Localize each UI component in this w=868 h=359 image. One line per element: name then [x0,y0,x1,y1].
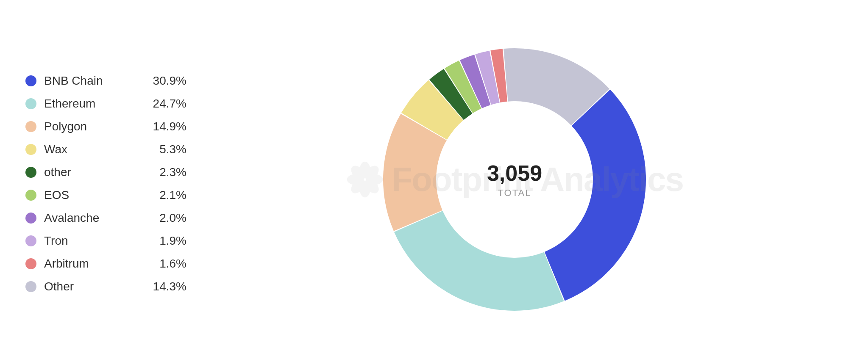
legend-name-6: Avalanche [44,211,120,225]
legend-pct-2: 14.9% [153,120,186,133]
svg-point-4 [359,181,370,198]
legend-pct-1: 24.7% [153,97,186,110]
legend-pct-5: 2.1% [159,188,186,202]
legend-dot-2 [25,121,36,132]
svg-point-6 [347,174,364,185]
legend-name-5: EOS [44,188,120,202]
donut-center: 3,059 TOTAL [487,160,542,199]
legend-pct-4: 2.3% [159,166,186,179]
svg-point-7 [348,163,368,182]
legend-dot-5 [25,190,36,201]
legend-name-1: Ethereum [44,97,120,110]
legend-dot-9 [25,281,36,292]
legend-pct-0: 30.9% [153,74,186,88]
legend-name-9: Other [44,280,120,293]
legend-item-bnb-chain: BNB Chain30.9% [25,74,186,88]
legend-item-other: Other14.3% [25,280,186,293]
legend-dot-6 [25,213,36,224]
main-container: BNB Chain30.9%Ethereum24.7%Polygon14.9%W… [0,0,868,359]
legend-name-2: Polygon [44,120,120,133]
legend-item-wax: Wax5.3% [25,143,186,156]
legend-dot-7 [25,235,36,246]
legend-dot-8 [25,258,36,269]
chart-area: Footprint Analytics 3,059 TOTAL [186,36,843,323]
legend-item-tron: Tron1.9% [25,234,186,248]
svg-point-0 [359,162,370,179]
segment-bnb-chain [545,89,646,301]
legend-pct-7: 1.9% [159,234,186,248]
total-value: 3,059 [487,160,542,186]
legend-pct-8: 1.6% [159,257,186,271]
legend-pct-6: 2.0% [159,211,186,225]
legend-item-ethereum: Ethereum24.7% [25,97,186,110]
svg-point-5 [348,177,368,196]
legend-dot-3 [25,144,36,155]
total-label: TOTAL [487,188,542,199]
legend-name-7: Tron [44,234,120,248]
legend-dot-0 [25,75,36,86]
legend-name-3: Wax [44,143,120,156]
legend-item-arbitrum: Arbitrum1.6% [25,257,186,271]
legend-item-eos: EOS2.1% [25,188,186,202]
legend-dot-1 [25,98,36,109]
legend-item-avalanche: Avalanche2.0% [25,211,186,225]
legend-item-polygon: Polygon14.9% [25,120,186,133]
legend-pct-9: 14.3% [153,280,186,293]
legend-name-4: other [44,166,120,179]
legend-dot-4 [25,167,36,178]
legend-name-0: BNB Chain [44,74,120,88]
legend: BNB Chain30.9%Ethereum24.7%Polygon14.9%W… [25,74,186,293]
legend-name-8: Arbitrum [44,257,120,271]
legend-pct-3: 5.3% [159,143,186,156]
legend-item-other: other2.3% [25,166,186,179]
segment-ethereum [394,211,564,311]
donut-chart: 3,059 TOTAL [370,36,659,323]
